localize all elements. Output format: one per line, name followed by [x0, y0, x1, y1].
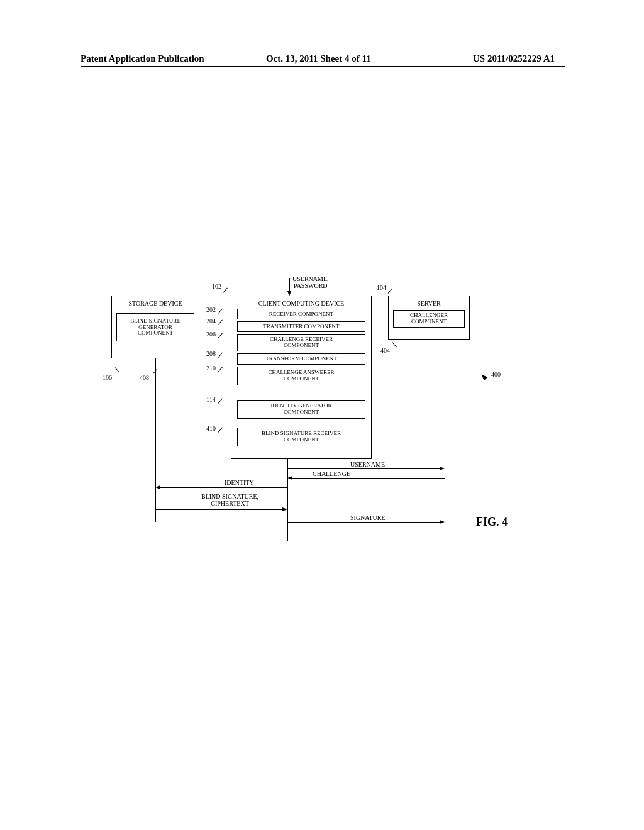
server-inner: CHALLENGER COMPONENT	[393, 310, 465, 328]
ref-106: 106	[103, 374, 112, 381]
client-c7: BLIND SIGNATURE RECEIVER COMPONENT	[237, 428, 365, 446]
blindsig-arrow	[155, 509, 283, 510]
header-rule	[80, 66, 565, 67]
signature-label: SIGNATURE	[350, 514, 386, 521]
figure-label: FIG. 4	[476, 516, 508, 529]
tick-404	[392, 340, 399, 346]
blindsig-label: BLIND SIGNATURE, CIPHERTEXT	[201, 493, 258, 507]
ref-104: 104	[377, 284, 386, 291]
ref-400: 400	[491, 371, 501, 378]
signature-arrow-head	[440, 520, 445, 524]
ref-102: 102	[212, 283, 221, 290]
ref-208: 208	[206, 350, 216, 357]
server-title: SERVER	[417, 300, 441, 307]
ref-408: 408	[140, 374, 149, 381]
signature-arrow	[287, 522, 440, 523]
client-c2: TRANSMITTER COMPONENT	[237, 321, 365, 332]
ref-410: 410	[206, 425, 216, 432]
input-label: USERNAME, PASSWORD	[292, 275, 329, 289]
tick-202	[218, 310, 225, 316]
tick-106	[115, 365, 121, 371]
tick-204	[218, 321, 225, 328]
client-c4: TRANSFORM COMPONENT	[237, 353, 365, 365]
client-title: CLIENT COMPUTING DEVICE	[258, 300, 344, 307]
tick-208	[218, 354, 225, 360]
identity-label: IDENTITY	[225, 479, 254, 486]
identity-arrow-head	[155, 485, 160, 489]
username-arrow	[287, 468, 440, 469]
challenge-label: CHALLENGE	[313, 470, 350, 477]
storage-lifeline	[155, 358, 156, 522]
storage-title: STORAGE DEVICE	[128, 300, 182, 307]
pointer-400	[480, 373, 488, 381]
client-c5: CHALLENGE ANSWERER COMPONENT	[237, 367, 365, 385]
tick-102	[223, 289, 230, 296]
tick-206	[218, 335, 225, 341]
header-center: Oct. 13, 2011 Sheet 4 of 11	[266, 53, 371, 64]
username-label: USERNAME	[350, 461, 385, 468]
blindsig-arrow-head	[282, 507, 287, 511]
ref-210: 210	[206, 365, 216, 372]
identity-arrow	[160, 487, 288, 488]
server-lifeline	[445, 340, 445, 534]
tick-410	[218, 429, 225, 435]
input-arrow-line	[289, 278, 290, 292]
username-arrow-head	[440, 467, 445, 470]
client-c3: CHALLENGE RECEIVER COMPONENT	[237, 334, 365, 351]
client-lifeline	[287, 459, 288, 541]
ref-204: 204	[206, 318, 216, 324]
challenge-arrow	[292, 478, 445, 479]
tick-104	[388, 290, 394, 296]
challenge-arrow-head	[287, 476, 292, 480]
ref-404: 404	[380, 347, 390, 354]
diagram-container: USERNAME, PASSWORD STORAGE DEVICE BLIND …	[105, 277, 545, 560]
client-c1: RECEIVER COMPONENT	[237, 309, 365, 319]
tick-210	[218, 368, 225, 375]
header-left: Patent Application Publication	[80, 53, 204, 64]
ref-202: 202	[206, 306, 216, 313]
header-right: US 2011/0252229 A1	[473, 53, 555, 64]
ref-114: 114	[206, 396, 216, 403]
client-c6: IDENTITY GENERATOR COMPONENT	[237, 400, 365, 419]
tick-408	[151, 366, 157, 372]
tick-114	[218, 400, 225, 406]
storage-inner: BLIND SIGNATURE GENERATOR COMPONENT	[116, 313, 194, 341]
ref-206: 206	[206, 331, 216, 338]
